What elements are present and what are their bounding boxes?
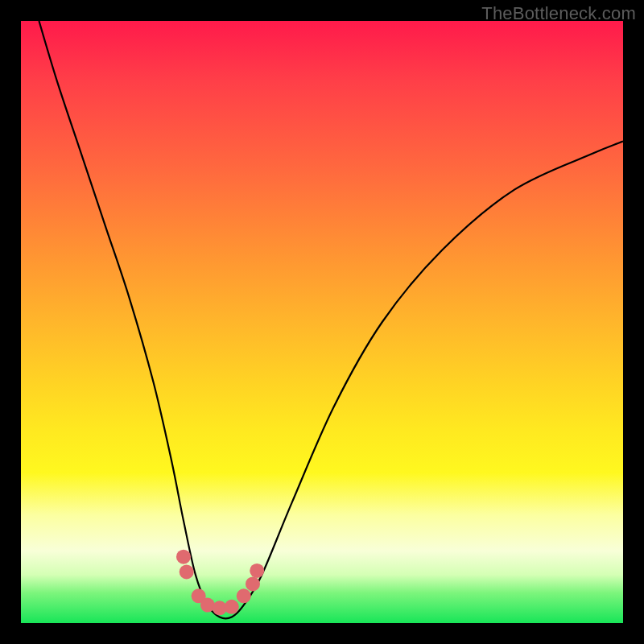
chart-area bbox=[21, 21, 623, 623]
curve-marker bbox=[200, 598, 215, 613]
curve-marker bbox=[250, 564, 264, 578]
curve-marker bbox=[237, 588, 251, 603]
curve-marker bbox=[176, 550, 191, 564]
watermark-text: TheBottleneck.com bbox=[481, 3, 636, 24]
curve-marker bbox=[180, 564, 194, 579]
bottleneck-curve-path bbox=[39, 21, 623, 618]
bottleneck-curve-svg bbox=[21, 21, 623, 623]
curve-marker bbox=[246, 576, 260, 591]
curve-marker bbox=[225, 600, 239, 614]
